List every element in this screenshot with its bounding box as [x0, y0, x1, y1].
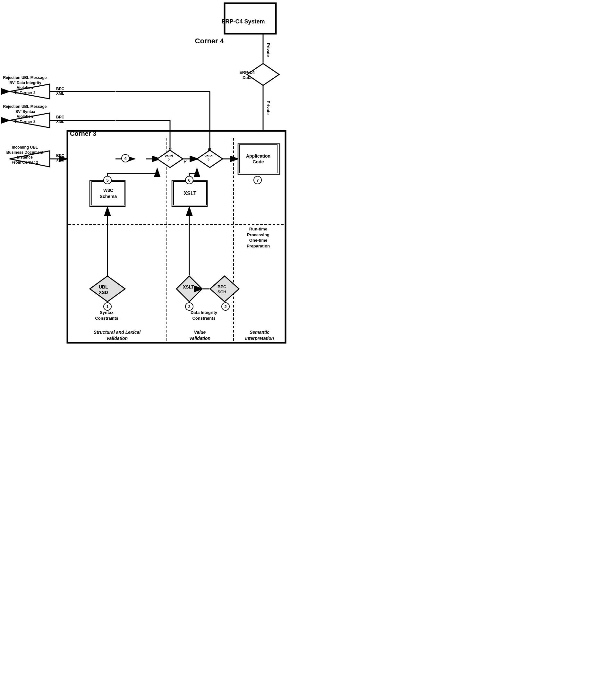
structural-label: Structural and LexicalValidation [70, 329, 164, 342]
bpc-xml-sv: BPCXML [56, 115, 64, 124]
corner4-label: Corner 4 [195, 37, 224, 45]
data-integrity-label: Data IntegrityConstraints [176, 310, 232, 321]
valid1-label: Valid? [165, 154, 173, 162]
value-label: ValueValidation [166, 329, 233, 342]
rejection-bv-text: Rejection UBL Message'BV' Data Integrity… [0, 75, 50, 95]
app-code-box: ApplicationCode [239, 144, 277, 173]
circle-4: 4 [121, 154, 130, 162]
erp-data-label: ERP-C4Data [234, 70, 260, 80]
bpc-xml-bv: BPCXML [56, 86, 64, 96]
bpc-sch-label: BPCSCH [217, 284, 226, 294]
valid2-label: Valid? [204, 154, 213, 162]
syntax-constraints-label: SyntaxConstraints [82, 310, 132, 321]
bpc-xml-incoming: BPCXML [56, 153, 64, 163]
corner4-system-text: ERP-C4 System [217, 6, 269, 37]
n2-label: N [208, 147, 211, 152]
n1-label: N [168, 147, 171, 152]
y1-label: Y [184, 160, 186, 164]
corner3-label: Corner 3 [70, 130, 96, 137]
circle-6: 6 [185, 176, 193, 184]
diagram: ERP-C4 System Corner 4 ERP-C4Data Privat… [0, 0, 294, 350]
circle-7: 7 [253, 176, 262, 184]
private-bottom-label: Private [266, 101, 271, 115]
private-top-label: Private [266, 43, 271, 57]
runtime-label: Run-timeProcessing [237, 226, 279, 238]
svg-overlay [0, 0, 294, 350]
circle-5: 5 [103, 176, 112, 184]
xslt-top-box: XSLT [173, 181, 207, 205]
semantic-label: SemanticInterpretation [233, 329, 285, 342]
w3c-schema-box: W3CSchema [91, 181, 125, 205]
onetime-label: One-timePreparation [237, 237, 279, 249]
ubl-xsd-label: UBLXSD [99, 284, 108, 295]
rejection-sv-text: Rejection UBL Message'SV' SyntaxViolatio… [0, 104, 50, 124]
xslt-bottom-label: XSLT [183, 284, 194, 290]
incoming-text: Incoming UBLBusiness DocumentInstanceFro… [0, 145, 50, 165]
